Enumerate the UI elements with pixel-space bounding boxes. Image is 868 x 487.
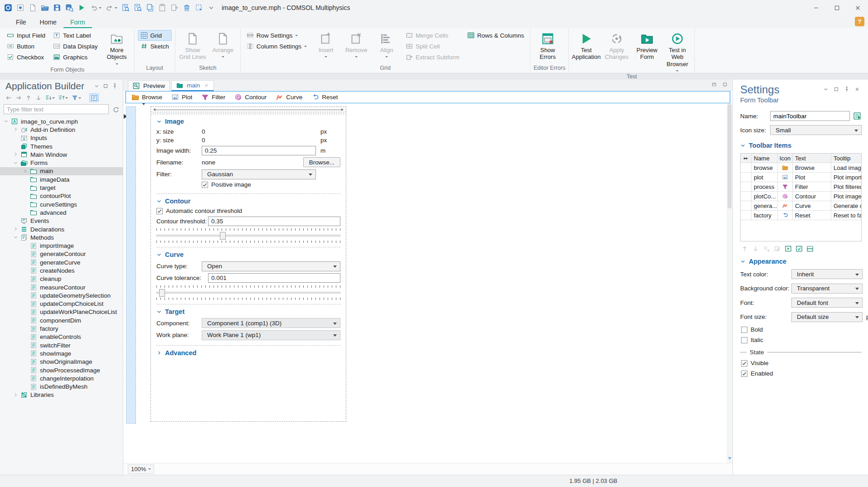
dock-float-icon[interactable] [722, 82, 730, 88]
row-selector[interactable] [741, 201, 752, 210]
scrollbar-thumb[interactable] [727, 104, 732, 208]
duplicate-icon[interactable] [170, 4, 179, 12]
node-toggle-button[interactable] [89, 93, 99, 102]
tree-item-main[interactable]: main [0, 167, 123, 175]
row-selector[interactable] [741, 182, 752, 191]
dock-chevron-icon[interactable] [823, 86, 830, 93]
tree-item-showimage[interactable]: showImage [0, 349, 123, 357]
add-toggle-item-button[interactable] [795, 245, 803, 252]
chevron-right-icon[interactable] [23, 169, 29, 174]
column-header-name[interactable]: Name [752, 154, 778, 163]
tree-item-imagedata[interactable]: imageData [0, 175, 123, 183]
sketch-button[interactable]: Sketch [138, 41, 172, 52]
grid-button[interactable]: Grid [138, 30, 172, 41]
checkbox[interactable] [741, 360, 747, 366]
paste-icon[interactable] [158, 4, 166, 12]
column-settings-button[interactable]: Column Settings [244, 41, 310, 52]
tree-item-enablecontrols[interactable]: enableControls [0, 333, 123, 341]
tree-item-switchfilter[interactable]: switchFilter [0, 341, 123, 349]
up-button[interactable] [24, 93, 33, 102]
tree-item-showoriginalimage[interactable]: showOriginalImage [0, 358, 123, 366]
dock-pin-icon[interactable] [112, 83, 119, 90]
row-selector[interactable] [741, 163, 752, 172]
text-label-button[interactable]: Text Label [50, 30, 101, 41]
data-display-button[interactable]: 1.23Data Display [50, 41, 101, 52]
expand-all-button[interactable] [44, 93, 56, 102]
form-toolbar-contour-button[interactable]: Contour [234, 93, 267, 101]
slider-track[interactable] [156, 235, 340, 236]
row-settings-button[interactable]: Row Settings [244, 30, 310, 41]
tree-item-advanced[interactable]: advanced [0, 208, 123, 217]
toolbar-chevron-icon[interactable] [207, 4, 215, 12]
ribbon-tab-form[interactable]: Form [63, 17, 92, 28]
test-application-button[interactable]: Test Application [572, 30, 600, 61]
run-icon[interactable] [77, 4, 86, 12]
add-item-button[interactable] [785, 245, 792, 252]
tree-item-add-in-definition[interactable]: Add-in Definition [0, 125, 123, 134]
tree-item-curvesettings[interactable]: curveSettings [0, 200, 123, 208]
dock-float-icon[interactable] [833, 86, 841, 93]
chevron-right-icon[interactable] [13, 127, 20, 132]
select-filter[interactable]: Gaussian [202, 169, 316, 179]
chevron-right-icon[interactable] [13, 227, 20, 232]
tree-item-showprocessedimage[interactable]: showProcessedImage [0, 366, 123, 374]
comsol-logo-icon[interactable] [4, 4, 12, 12]
copy-icon[interactable] [145, 4, 154, 12]
browse-button[interactable]: Browse... [303, 157, 340, 167]
dock-close-icon[interactable] [854, 86, 862, 93]
checkbox[interactable] [202, 182, 208, 188]
tree-item-cleanup[interactable]: cleanup [0, 275, 123, 283]
table-row[interactable]: genera...CurveGenerate cur... [741, 201, 861, 211]
back-button[interactable] [4, 93, 13, 102]
close-icon[interactable] [204, 83, 209, 88]
section-header-target[interactable]: Target [156, 307, 340, 316]
select-component[interactable]: Component 1 (comp1) (3D) [202, 318, 340, 328]
chevron-down-icon[interactable] [115, 7, 117, 10]
tree-item-importimage[interactable]: importImage [0, 241, 123, 250]
column-header-tooltip[interactable]: Tooltip [831, 154, 861, 163]
editor-vertical-scrollbar[interactable] [727, 103, 732, 463]
minimize-button[interactable] [805, 0, 826, 15]
column-width-handle[interactable] [150, 106, 346, 112]
chevron-down-icon[interactable] [4, 119, 10, 124]
dock-pin-icon[interactable] [844, 86, 851, 93]
name-input[interactable] [770, 111, 850, 121]
slider-handle[interactable] [220, 232, 226, 240]
tree-item-main-window[interactable]: Main Window [0, 150, 123, 159]
section-header-advanced[interactable]: Advanced [156, 348, 340, 357]
tree-item-isdefinedbymesh[interactable]: isDefinedByMesh [0, 383, 123, 391]
select-frame-icon[interactable] [194, 4, 203, 12]
icon-size-select[interactable]: Small [770, 125, 862, 135]
ribbon-tab-home[interactable]: Home [33, 17, 63, 28]
delete-icon[interactable] [182, 4, 191, 12]
chevron-down-icon[interactable] [99, 7, 102, 10]
add-separator-button[interactable] [806, 245, 814, 252]
zoom-dropdown[interactable]: 100% [128, 464, 154, 474]
tree-item-generatecontour[interactable]: generateContour [0, 250, 123, 258]
form-toolbar-filter-button[interactable]: Filter [201, 93, 225, 101]
section-header-image[interactable]: Image [156, 116, 340, 126]
checkbox[interactable] [741, 371, 747, 377]
save-icon[interactable] [53, 4, 61, 12]
text-field-contour-threshold[interactable] [208, 217, 340, 226]
chevron-down-icon[interactable] [13, 235, 20, 240]
scrollbar-down-arrow[interactable] [728, 457, 732, 462]
tree-item-target[interactable]: target [0, 183, 123, 192]
table-row[interactable]: processFilterPlot filtered i... [741, 182, 861, 192]
open-folder-icon[interactable] [40, 4, 49, 12]
maximize-button[interactable] [826, 0, 847, 15]
tree-item-updateworkplanechoicelist[interactable]: updateWorkPlaneChoiceList [0, 308, 123, 316]
column-header-icon[interactable]: Icon [778, 154, 793, 163]
tree-item-contourplot[interactable]: contourPlot [0, 192, 123, 200]
form-toolbar-plot-button[interactable]: Plot [171, 93, 192, 101]
refresh-icon[interactable] [112, 106, 120, 113]
collapse-all-button[interactable] [57, 93, 69, 102]
ribbon-tab-file[interactable]: File [9, 17, 33, 28]
tree-item-generatecurve[interactable]: generateCurve [0, 258, 123, 266]
select-font[interactable]: Default font [791, 298, 863, 308]
tree-item-methods[interactable]: Methods [0, 233, 123, 241]
rows-columns-button[interactable]: Rows & Columns [465, 30, 527, 41]
checkbox[interactable] [741, 337, 747, 343]
appearance-section-header[interactable]: Appearance [740, 258, 862, 265]
table-row[interactable]: factoryResetReset to fact... [741, 211, 861, 220]
